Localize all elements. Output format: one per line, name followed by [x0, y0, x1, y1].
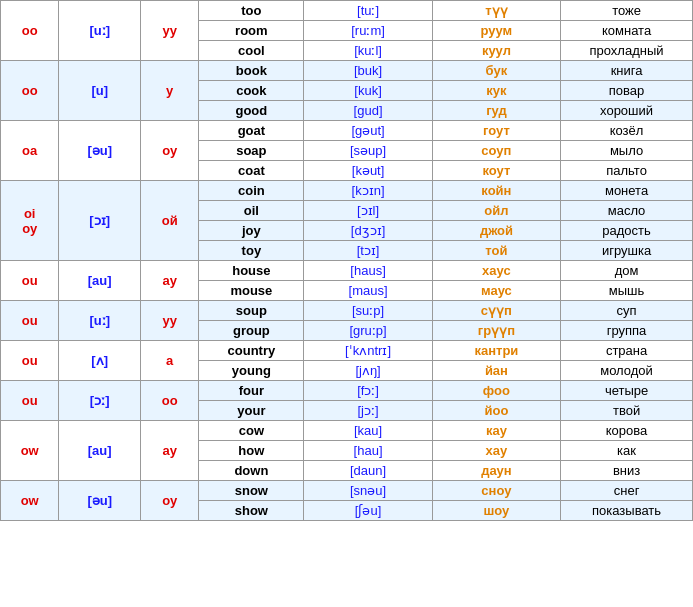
- kyrgyz-cell: сноу: [432, 481, 560, 501]
- phonetic-cell: [jʌŋ]: [304, 361, 432, 381]
- grapheme-cell: ou: [1, 301, 59, 341]
- kyrgyz-cell: койн: [432, 181, 560, 201]
- rus-letter-cell: yy: [141, 301, 199, 341]
- russian-cell: книга: [561, 61, 693, 81]
- kyrgyz-cell: хау: [432, 441, 560, 461]
- phonetic-cell: [kəut]: [304, 161, 432, 181]
- english-word-cell: toy: [199, 241, 304, 261]
- kyrgyz-cell: джой: [432, 221, 560, 241]
- kyrgyz-cell: йан: [432, 361, 560, 381]
- russian-cell: козёл: [561, 121, 693, 141]
- russian-cell: показывать: [561, 501, 693, 521]
- ipa-cell: [ɔː]: [59, 381, 141, 421]
- english-word-cell: goat: [199, 121, 304, 141]
- russian-cell: комната: [561, 21, 693, 41]
- russian-cell: группа: [561, 321, 693, 341]
- grapheme-cell: ou: [1, 261, 59, 301]
- russian-cell: молодой: [561, 361, 693, 381]
- grapheme-cell: ow: [1, 481, 59, 521]
- rus-letter-cell: оо: [141, 381, 199, 421]
- kyrgyz-cell: грүүп: [432, 321, 560, 341]
- kyrgyz-cell: кук: [432, 81, 560, 101]
- kyrgyz-cell: хаус: [432, 261, 560, 281]
- kyrgyz-cell: түү: [432, 1, 560, 21]
- english-word-cell: country: [199, 341, 304, 361]
- english-word-cell: oil: [199, 201, 304, 221]
- table-row: ou[ʌ]аcountry[ˈkʌntrɪ]кантристрана: [1, 341, 693, 361]
- main-table: oo[uː]yytoo[tuː]түүтожеroom[ruːm]руумком…: [0, 0, 693, 521]
- phonetic-cell: [jɔː]: [304, 401, 432, 421]
- rus-letter-cell: ау: [141, 261, 199, 301]
- grapheme-cell: oo: [1, 1, 59, 61]
- russian-cell: дом: [561, 261, 693, 281]
- phonetic-cell: [daun]: [304, 461, 432, 481]
- table-row: oa[əu]оуgoat[gəut]гоуткозёл: [1, 121, 693, 141]
- russian-cell: как: [561, 441, 693, 461]
- table-row: oo[u]ybook[buk]буккнига: [1, 61, 693, 81]
- russian-cell: игрушка: [561, 241, 693, 261]
- ipa-cell: [ɔɪ]: [59, 181, 141, 261]
- phonetic-cell: [kɔɪn]: [304, 181, 432, 201]
- grapheme-cell: ou: [1, 341, 59, 381]
- english-word-cell: how: [199, 441, 304, 461]
- rus-letter-cell: оу: [141, 481, 199, 521]
- kyrgyz-cell: соуп: [432, 141, 560, 161]
- kyrgyz-cell: шоу: [432, 501, 560, 521]
- phonetic-cell: [səup]: [304, 141, 432, 161]
- russian-cell: тоже: [561, 1, 693, 21]
- english-word-cell: house: [199, 261, 304, 281]
- ipa-cell: [uː]: [59, 301, 141, 341]
- kyrgyz-cell: бук: [432, 61, 560, 81]
- rus-letter-cell: оу: [141, 121, 199, 181]
- kyrgyz-cell: той: [432, 241, 560, 261]
- ipa-cell: [ʌ]: [59, 341, 141, 381]
- russian-cell: вниз: [561, 461, 693, 481]
- table-row: ou[au]ауhouse[haus]хаусдом: [1, 261, 693, 281]
- english-word-cell: room: [199, 21, 304, 41]
- phonetic-cell: [ɔɪl]: [304, 201, 432, 221]
- phonetic-cell: [ʃəu]: [304, 501, 432, 521]
- phonetic-cell: [hau]: [304, 441, 432, 461]
- russian-cell: страна: [561, 341, 693, 361]
- russian-cell: снег: [561, 481, 693, 501]
- russian-cell: пальто: [561, 161, 693, 181]
- phonetic-cell: [kau]: [304, 421, 432, 441]
- english-word-cell: young: [199, 361, 304, 381]
- english-word-cell: soup: [199, 301, 304, 321]
- phonetic-cell: [ˈkʌntrɪ]: [304, 341, 432, 361]
- table-row: oo[uː]yytoo[tuː]түүтоже: [1, 1, 693, 21]
- english-word-cell: too: [199, 1, 304, 21]
- kyrgyz-cell: руум: [432, 21, 560, 41]
- russian-cell: масло: [561, 201, 693, 221]
- phonetic-cell: [tuː]: [304, 1, 432, 21]
- table-row: oiоу[ɔɪ]ойcoin[kɔɪn]койнмонета: [1, 181, 693, 201]
- english-word-cell: your: [199, 401, 304, 421]
- kyrgyz-cell: сүүп: [432, 301, 560, 321]
- phonetic-cell: [tɔɪ]: [304, 241, 432, 261]
- rus-letter-cell: а: [141, 341, 199, 381]
- table-row: ow[au]ауcow[kau]каукорова: [1, 421, 693, 441]
- english-word-cell: down: [199, 461, 304, 481]
- russian-cell: мышь: [561, 281, 693, 301]
- grapheme-cell: oa: [1, 121, 59, 181]
- english-word-cell: group: [199, 321, 304, 341]
- english-word-cell: cook: [199, 81, 304, 101]
- phonetic-cell: [kuk]: [304, 81, 432, 101]
- grapheme-cell: oo: [1, 61, 59, 121]
- kyrgyz-cell: гуд: [432, 101, 560, 121]
- russian-cell: прохладный: [561, 41, 693, 61]
- ipa-cell: [au]: [59, 421, 141, 481]
- kyrgyz-cell: даун: [432, 461, 560, 481]
- english-word-cell: cow: [199, 421, 304, 441]
- rus-letter-cell: ой: [141, 181, 199, 261]
- kyrgyz-cell: гоут: [432, 121, 560, 141]
- table-row: ou[uː]yysoup[suːp]сүүпсуп: [1, 301, 693, 321]
- grapheme-cell: ou: [1, 381, 59, 421]
- phonetic-cell: [gəut]: [304, 121, 432, 141]
- english-word-cell: coin: [199, 181, 304, 201]
- russian-cell: корова: [561, 421, 693, 441]
- russian-cell: радость: [561, 221, 693, 241]
- english-word-cell: four: [199, 381, 304, 401]
- rus-letter-cell: ау: [141, 421, 199, 481]
- ipa-cell: [u]: [59, 61, 141, 121]
